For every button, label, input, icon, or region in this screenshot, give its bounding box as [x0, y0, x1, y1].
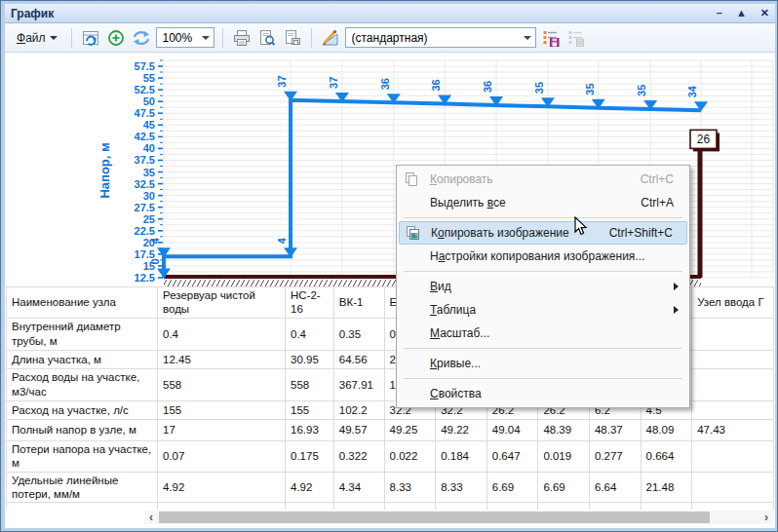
menu-item-scale[interactable]: Масштаб...	[399, 322, 687, 345]
scroll-right-button[interactable]: ›	[759, 511, 773, 524]
menu-item-copy-image[interactable]: Копировать изображениеCtrl+Shift+C	[399, 221, 687, 245]
table-cell[interactable]: 0.35	[333, 318, 384, 350]
row-label-cell[interactable]: Длина участка, м	[7, 350, 158, 368]
table-cell[interactable]: НС-2-16	[286, 287, 334, 319]
table-cell[interactable]	[692, 318, 774, 350]
table-cell[interactable]: 4.34	[333, 472, 384, 503]
maximize-button[interactable]: ▲	[736, 8, 747, 19]
page-setup-button[interactable]	[282, 27, 303, 49]
table-cell[interactable]: 12.45	[158, 350, 286, 368]
table-cell[interactable]: 1.02	[436, 503, 487, 510]
table-cell[interactable]: 0.277	[589, 440, 641, 472]
file-menu-button[interactable]: Файл	[11, 28, 63, 48]
menu-item-table[interactable]: Таблица	[399, 298, 687, 322]
table-cell[interactable]: 0.07	[158, 440, 286, 472]
minimize-button[interactable]: –	[717, 8, 722, 19]
template-select[interactable]: (стандартная)	[345, 27, 536, 48]
svg-text:25: 25	[143, 213, 155, 225]
table-cell[interactable]: 48.39	[538, 419, 590, 440]
table-cell[interactable]: 0.647	[486, 440, 538, 472]
menu-item-view[interactable]: Вид	[399, 275, 687, 298]
table-cell[interactable]: 8.33	[384, 472, 436, 503]
table-cell[interactable]: 6.64	[589, 472, 641, 503]
table-cell[interactable]: 1.23	[158, 503, 286, 510]
zoom-level-select[interactable]: 100%	[156, 27, 214, 48]
table-cell[interactable]: 0.322	[333, 440, 384, 472]
table-cell[interactable]: 16.93	[286, 419, 334, 440]
row-label-cell[interactable]: Полный напор в узле, м	[7, 419, 158, 440]
table-cell[interactable]: 0.67	[589, 503, 641, 510]
recalculate-button[interactable]	[131, 27, 152, 49]
print-preview-button[interactable]	[256, 27, 278, 49]
table-cell[interactable]: 4.92	[158, 472, 286, 503]
table-cell[interactable]: 49.04	[486, 419, 538, 440]
table-cell[interactable]: 367.91	[333, 368, 384, 400]
table-cell[interactable]: 0.184	[436, 440, 487, 472]
table-cell[interactable]: 6.69	[538, 472, 590, 503]
row-label-cell[interactable]: Потери напора на участке, м	[7, 440, 158, 472]
table-cell[interactable]	[692, 368, 774, 400]
table-cell[interactable]: 8.33	[436, 472, 487, 503]
row-label-cell[interactable]: Расход на участке, л/с	[7, 400, 158, 419]
row-label-cell[interactable]: Удельные линейные потери, мм/м	[7, 472, 158, 503]
cycle-arrows-icon	[131, 28, 152, 48]
row-label-cell[interactable]: Наименование узла	[7, 287, 158, 319]
table-cell[interactable]: 0.9	[641, 503, 692, 510]
table-cell[interactable]: 1.06	[333, 503, 384, 510]
table-cell[interactable]: 0.84	[486, 503, 538, 510]
table-cell[interactable]: ВК-1	[333, 287, 384, 319]
table-cell[interactable]: 0.84	[538, 503, 590, 510]
table-cell[interactable]: 155	[286, 400, 334, 419]
add-button[interactable]	[105, 27, 127, 49]
table-cell[interactable]: 30.95	[286, 350, 334, 368]
table-cell[interactable]: 6.69	[486, 472, 538, 503]
table-cell[interactable]: 0.175	[286, 440, 334, 472]
template-value: (стандартная)	[352, 31, 521, 45]
table-cell[interactable]: 0.4	[286, 318, 334, 350]
table-cell[interactable]	[692, 400, 774, 419]
table-cell[interactable]: 558	[286, 368, 334, 400]
close-button[interactable]: ✕	[760, 8, 769, 19]
table-cell[interactable]: 48.37	[589, 419, 641, 440]
table-cell[interactable]: 47.43	[692, 419, 774, 440]
table-cell[interactable]	[692, 440, 774, 472]
table-cell[interactable]: 48.09	[641, 419, 692, 440]
table-cell[interactable]	[692, 503, 774, 510]
table-cell[interactable]: Резервуар чистой воды	[158, 287, 286, 319]
table-cell[interactable]: 49.22	[436, 419, 487, 440]
delete-template-button[interactable]	[565, 27, 587, 49]
save-template-button[interactable]	[540, 27, 562, 49]
row-label-cell[interactable]: Внутренний диаметр трубы, м	[7, 318, 158, 350]
scroll-left-button[interactable]: ‹	[144, 511, 158, 524]
table-cell[interactable]: 49.57	[333, 419, 384, 440]
table-cell[interactable]	[692, 472, 774, 503]
table-cell[interactable]: 0.019	[538, 440, 590, 472]
menu-item-copy-image-settings[interactable]: Настройки копирования изображения...	[399, 245, 687, 268]
table-cell[interactable]: 64.56	[333, 350, 384, 368]
row-label-cell[interactable]: Скорость на участке, м/с	[7, 503, 158, 510]
edit-curves-button[interactable]	[320, 27, 341, 49]
table-cell[interactable]: 1.02	[384, 503, 436, 510]
table-cell[interactable]: 21.48	[641, 472, 692, 503]
table-cell[interactable]: 4.92	[286, 472, 334, 503]
scrollbar-thumb[interactable]	[159, 512, 710, 523]
refresh-graph-button[interactable]	[80, 27, 101, 49]
table-cell[interactable]: 0.022	[384, 440, 436, 472]
table-cell[interactable]: Узел ввода Г	[692, 287, 774, 319]
table-cell[interactable]: 1.23	[286, 503, 334, 510]
menu-item-copy[interactable]: КопироватьCtrl+C	[399, 168, 687, 191]
table-cell[interactable]: 17	[158, 419, 286, 440]
menu-item-select-all[interactable]: Выделить всеCtrl+A	[399, 191, 687, 214]
table-cell[interactable]: 0.4	[158, 318, 286, 350]
print-button[interactable]	[231, 27, 253, 49]
table-cell[interactable]	[692, 350, 774, 368]
menu-item-properties[interactable]: Свойства	[399, 382, 687, 405]
table-cell[interactable]: 49.25	[384, 419, 436, 440]
table-cell[interactable]: 155	[158, 400, 286, 419]
row-label-cell[interactable]: Расход воды на участке, м3/час	[7, 368, 158, 400]
table-cell[interactable]: 102.2	[333, 400, 384, 419]
horizontal-scrollbar[interactable]: ‹ ›	[144, 511, 773, 524]
table-cell[interactable]: 558	[158, 368, 286, 400]
menu-item-curves[interactable]: Кривые...	[399, 352, 687, 375]
table-cell[interactable]: 0.664	[641, 440, 692, 472]
